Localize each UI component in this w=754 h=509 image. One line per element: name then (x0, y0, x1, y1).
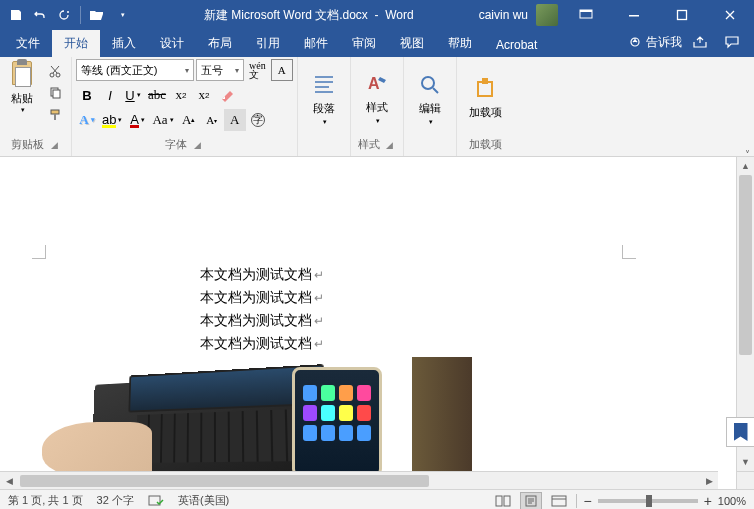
text-effects-button[interactable]: A▾ (76, 109, 98, 131)
paragraph-button[interactable]: 段落▾ (302, 59, 346, 138)
zoom-slider[interactable] (598, 499, 698, 503)
font-name-combo[interactable]: 等线 (西文正文)▾ (76, 59, 194, 81)
enclose-char-icon[interactable]: 字 (247, 109, 269, 131)
print-layout-icon[interactable] (520, 492, 542, 510)
redo-icon[interactable] (56, 7, 72, 23)
svg-point-6 (50, 73, 54, 77)
shrink-font-button[interactable]: A▾ (201, 109, 223, 131)
group-editing: 编辑▾ (404, 57, 457, 156)
comments-icon[interactable] (718, 27, 746, 57)
scroll-thumb[interactable] (739, 175, 752, 355)
tab-insert[interactable]: 插入 (100, 30, 148, 57)
minimize-icon[interactable] (614, 0, 654, 30)
undo-icon[interactable] (32, 7, 48, 23)
bold-button[interactable]: B (76, 84, 98, 106)
styles-button[interactable]: A 样式▾ (355, 59, 399, 135)
clear-formatting-icon[interactable] (216, 84, 238, 106)
zoom-in-icon[interactable]: + (704, 493, 712, 509)
scroll-up-icon[interactable]: ▲ (737, 157, 754, 175)
group-addins: 加载项 加载项 (457, 57, 514, 156)
margin-corner-icon (622, 245, 636, 259)
tab-view[interactable]: 视图 (388, 30, 436, 57)
tab-review[interactable]: 审阅 (340, 30, 388, 57)
group-label-addins: 加载项 (469, 137, 502, 152)
read-mode-icon[interactable] (492, 492, 514, 510)
document-text[interactable]: 本文档为测试文档↵ 本文档为测试文档↵ 本文档为测试文档↵ 本文档为测试文档↵ (200, 263, 324, 355)
scroll-left-icon[interactable]: ◀ (0, 476, 18, 486)
page-viewport[interactable]: 本文档为测试文档↵ 本文档为测试文档↵ 本文档为测试文档↵ 本文档为测试文档↵ (0, 157, 736, 471)
scroll-right-icon[interactable]: ▶ (700, 476, 718, 486)
maximize-icon[interactable] (662, 0, 702, 30)
italic-button[interactable]: I (99, 84, 121, 106)
tab-home[interactable]: 开始 (52, 30, 100, 57)
char-shading-icon[interactable]: A (224, 109, 246, 131)
highlight-button[interactable]: ab▾ (99, 109, 125, 131)
zoom-out-icon[interactable]: − (583, 493, 591, 509)
styles-launcher-icon[interactable]: ◢ (384, 139, 396, 151)
collapse-ribbon-icon[interactable]: ˬ (745, 141, 750, 152)
spellcheck-icon[interactable] (148, 494, 164, 508)
hscroll-thumb[interactable] (20, 475, 429, 487)
ribbon-options-icon[interactable] (566, 0, 606, 30)
group-font: 等线 (西文正文)▾ 五号▾ wén文 A B I U▾ abc x2 x2 A… (72, 57, 298, 156)
styles-icon: A (363, 70, 391, 98)
bookmark-icon (734, 423, 748, 441)
font-color-button[interactable]: A▾ (126, 109, 148, 131)
svg-rect-15 (482, 78, 488, 84)
grow-font-button[interactable]: A▴ (178, 109, 200, 131)
svg-rect-4 (678, 11, 687, 20)
tellme-icon[interactable]: 告诉我 (628, 34, 682, 51)
clipboard-launcher-icon[interactable]: ◢ (48, 139, 60, 151)
web-layout-icon[interactable] (548, 492, 570, 510)
open-icon[interactable] (89, 7, 105, 23)
svg-rect-18 (504, 496, 510, 506)
format-painter-icon[interactable] (45, 105, 65, 125)
paragraph-icon (310, 71, 338, 99)
change-case-button[interactable]: Aa▾ (149, 109, 176, 131)
addin-icon (471, 75, 499, 103)
tab-help[interactable]: 帮助 (436, 30, 484, 57)
font-launcher-icon[interactable]: ◢ (191, 139, 203, 151)
cut-icon[interactable] (45, 61, 65, 81)
window-title: 新建 Microsoft Word 文档.docx - Word (139, 7, 479, 24)
svg-point-7 (56, 73, 60, 77)
svg-rect-10 (51, 110, 59, 114)
word-count[interactable]: 32 个字 (97, 493, 134, 508)
underline-button[interactable]: U▾ (122, 84, 144, 106)
addin-button[interactable]: 加载项 (461, 59, 510, 135)
tab-layout[interactable]: 布局 (196, 30, 244, 57)
close-icon[interactable] (710, 0, 750, 30)
page-count[interactable]: 第 1 页, 共 1 页 (8, 493, 83, 508)
tab-references[interactable]: 引用 (244, 30, 292, 57)
zoom-level[interactable]: 100% (718, 495, 746, 507)
copy-icon[interactable] (45, 83, 65, 103)
quick-access-toolbar: ▾ (0, 6, 139, 24)
paste-button[interactable]: 粘贴 ▾ (4, 59, 40, 135)
share-icon[interactable] (686, 27, 714, 57)
language[interactable]: 英语(美国) (178, 493, 229, 508)
superscript-button[interactable]: x2 (193, 84, 215, 106)
tab-acrobat[interactable]: Acrobat (484, 33, 549, 57)
strikethrough-button[interactable]: abc (145, 84, 169, 106)
avatar[interactable] (536, 4, 558, 26)
document-image[interactable] (42, 357, 512, 471)
paragraph-mark-icon: ↵ (314, 291, 324, 305)
tab-design[interactable]: 设计 (148, 30, 196, 57)
paragraph-mark-icon: ↵ (314, 268, 324, 282)
bookmark-tab[interactable] (726, 417, 754, 447)
save-icon[interactable] (8, 7, 24, 23)
horizontal-scrollbar[interactable]: ◀ ▶ (0, 471, 718, 489)
paragraph-mark-icon: ↵ (314, 337, 324, 351)
tab-mailings[interactable]: 邮件 (292, 30, 340, 57)
phonetic-guide-icon[interactable]: wén文 (246, 59, 269, 81)
character-border-icon[interactable]: A (271, 59, 293, 81)
ribbon: 粘贴 ▾ 剪贴板◢ 等线 (西文正文)▾ 五号▾ wén文 A B I U▾ (0, 57, 754, 157)
scroll-down-icon[interactable]: ▼ (737, 453, 754, 471)
tab-file[interactable]: 文件 (4, 30, 52, 57)
subscript-button[interactable]: x2 (170, 84, 192, 106)
group-clipboard: 粘贴 ▾ 剪贴板◢ (0, 57, 72, 156)
font-size-combo[interactable]: 五号▾ (196, 59, 244, 81)
editing-button[interactable]: 编辑▾ (408, 59, 452, 138)
qat-more-icon[interactable]: ▾ (115, 7, 131, 23)
user-name[interactable]: caivin wu (479, 8, 528, 22)
